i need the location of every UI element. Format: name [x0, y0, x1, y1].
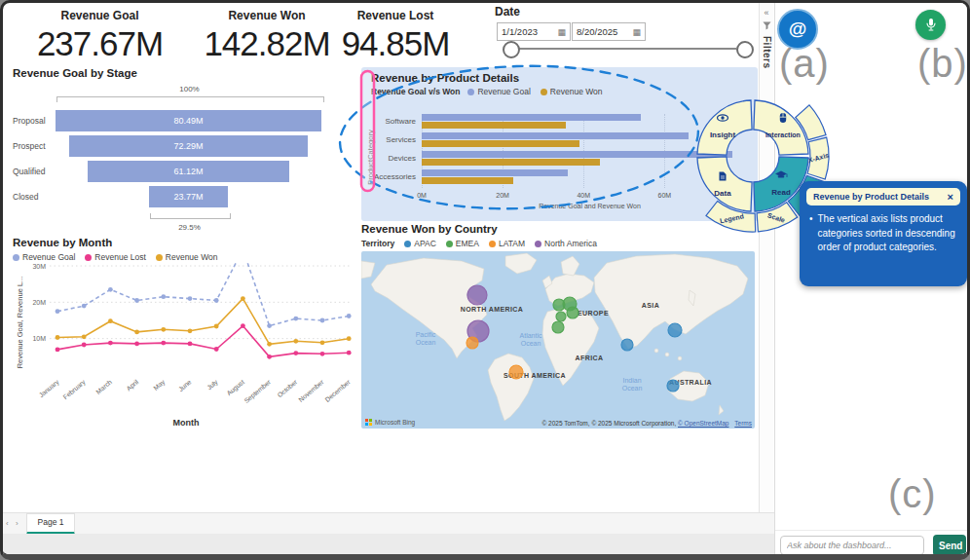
- product-legend-item[interactable]: Revenue Goal: [467, 87, 530, 96]
- data-point[interactable]: [56, 335, 60, 340]
- data-point[interactable]: [56, 309, 60, 314]
- data-point[interactable]: [188, 328, 193, 333]
- data-point[interactable]: [108, 341, 113, 346]
- data-point[interactable]: [161, 294, 166, 299]
- data-point[interactable]: [188, 296, 193, 301]
- month-legend-item[interactable]: Revenue Won: [156, 252, 218, 262]
- kpi-revenue-won: Revenue Won 142.82M: [194, 9, 340, 63]
- data-point[interactable]: [214, 324, 219, 329]
- calendar-icon[interactable]: ▦: [557, 27, 566, 37]
- month-legend-item[interactable]: Revenue Lost: [85, 252, 145, 262]
- product-bar-won[interactable]: [422, 177, 513, 184]
- y-tick-label: 10M: [32, 335, 46, 342]
- product-bar-goal[interactable]: [422, 132, 689, 139]
- month-line-chart[interactable]: 10M20M30MRevenue Goal, Revenue L...Janua…: [13, 262, 359, 404]
- data-point[interactable]: [241, 323, 245, 328]
- funnel-bar[interactable]: 80.49M: [56, 110, 321, 131]
- data-point[interactable]: [108, 318, 113, 323]
- map-bubble[interactable]: [466, 337, 478, 349]
- data-point[interactable]: [347, 314, 352, 318]
- map-bubble[interactable]: [667, 380, 679, 392]
- territory-legend-item[interactable]: APAC: [404, 239, 436, 248]
- world-map[interactable]: NORTH AMERICAEUROPEASIAAFRICASOUTH AMERI…: [361, 251, 755, 429]
- data-point[interactable]: [347, 336, 352, 341]
- map-bubble[interactable]: [621, 339, 633, 351]
- product-bar-won[interactable]: [422, 140, 579, 147]
- funnel-bar[interactable]: 23.77M: [149, 186, 228, 207]
- send-button[interactable]: Send: [933, 535, 966, 556]
- data-point[interactable]: [214, 347, 219, 352]
- map-bubble[interactable]: [668, 323, 682, 337]
- expand-filters-icon[interactable]: «: [764, 9, 768, 18]
- data-point[interactable]: [82, 343, 87, 348]
- data-point[interactable]: [161, 327, 166, 332]
- map-bubble[interactable]: [552, 321, 564, 333]
- data-point[interactable]: [320, 340, 325, 345]
- map-bubble[interactable]: [556, 312, 566, 321]
- date-slicer-title: Date: [495, 5, 758, 19]
- data-point[interactable]: [267, 342, 272, 347]
- month-label: November: [297, 378, 325, 403]
- data-point[interactable]: [347, 351, 352, 355]
- territory-legend-item[interactable]: EMEA: [446, 239, 479, 248]
- product-bar-won[interactable]: [422, 159, 600, 166]
- map-bubble[interactable]: [467, 285, 487, 305]
- map-bubble[interactable]: [509, 365, 523, 379]
- month-legend-item[interactable]: Revenue Goal: [13, 252, 75, 262]
- kpi-value: 94.85M: [336, 24, 455, 63]
- data-point[interactable]: [320, 352, 325, 356]
- data-point[interactable]: [108, 287, 113, 292]
- data-point[interactable]: [161, 341, 166, 346]
- date-slider-track[interactable]: [516, 48, 736, 50]
- product-bar-goal[interactable]: [422, 114, 641, 121]
- data-point[interactable]: [293, 339, 298, 344]
- date-slider-handle-end[interactable]: [736, 41, 754, 58]
- map-bubble[interactable]: [567, 307, 578, 318]
- territory-legend-item[interactable]: North America: [535, 239, 597, 248]
- kpi-label: Revenue Won: [194, 9, 340, 22]
- month-x-axis-title: Month: [13, 418, 359, 428]
- data-point[interactable]: [134, 298, 139, 303]
- data-point[interactable]: [188, 342, 193, 347]
- openstreetmap-link[interactable]: © OpenStreetMap: [678, 420, 728, 427]
- funnel-bar[interactable]: 72.29M: [69, 135, 308, 157]
- data-point[interactable]: [134, 330, 139, 335]
- data-point[interactable]: [267, 355, 272, 359]
- date-slider-handle-start[interactable]: [503, 41, 520, 58]
- date-end-input[interactable]: 8/20/2025 ▦: [572, 22, 646, 41]
- date-start-input[interactable]: 1/1/2023 ▦: [497, 22, 571, 41]
- funnel-bar-value: 80.49M: [173, 116, 203, 126]
- data-point[interactable]: [134, 342, 139, 347]
- next-page-arrow[interactable]: ›: [16, 519, 19, 528]
- y-tick-label: 20M: [32, 299, 46, 306]
- territory-legend-item[interactable]: LATAM: [489, 239, 525, 248]
- calendar-icon[interactable]: ▦: [632, 27, 641, 37]
- data-point[interactable]: [293, 351, 298, 355]
- radial-menu-quadrant-interaction[interactable]: [754, 100, 808, 155]
- radial-menu-quadrant-data[interactable]: [697, 157, 752, 211]
- prev-page-arrow[interactable]: ‹: [6, 519, 9, 528]
- funnel-track: 23.77M: [56, 186, 321, 207]
- chat-input[interactable]: [780, 536, 924, 555]
- close-icon[interactable]: ×: [948, 192, 953, 203]
- microphone-button[interactable]: [915, 10, 946, 40]
- product-bar-goal[interactable]: [422, 169, 568, 176]
- terms-link[interactable]: Terms: [734, 420, 752, 427]
- data-point[interactable]: [56, 348, 60, 353]
- page-tab[interactable]: Page 1: [26, 513, 75, 535]
- product-legend-item[interactable]: Revenue Won: [541, 87, 603, 96]
- data-point[interactable]: [241, 296, 245, 301]
- funnel-category-label: Qualified: [13, 167, 56, 176]
- radial-menu-quadrant-insight[interactable]: [697, 100, 752, 155]
- map-canvas[interactable]: NORTH AMERICAEUROPEASIAAFRICASOUTH AMERI…: [361, 251, 755, 429]
- data-point[interactable]: [82, 304, 87, 309]
- data-point[interactable]: [267, 323, 272, 328]
- funnel-bar[interactable]: 61.12M: [88, 161, 289, 182]
- product-bar-won[interactable]: [422, 122, 566, 129]
- data-point[interactable]: [293, 317, 298, 321]
- funnel-bar-value: 23.77M: [173, 192, 203, 202]
- data-point[interactable]: [320, 318, 325, 323]
- product-category-label: Accessories: [361, 172, 416, 181]
- data-point[interactable]: [214, 298, 219, 303]
- data-point[interactable]: [82, 334, 87, 339]
